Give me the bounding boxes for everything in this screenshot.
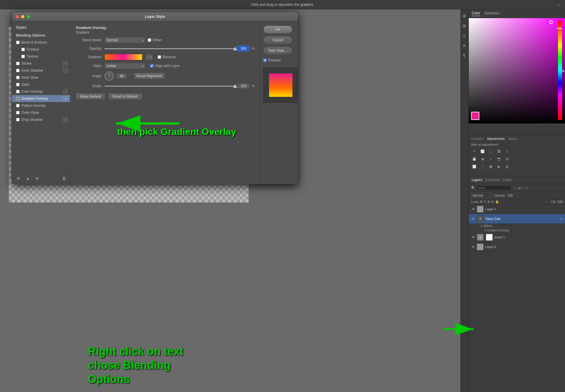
style-item-drop-shadow[interactable]: Drop Shadow + <box>12 116 70 123</box>
style-item-stroke[interactable]: Stroke + <box>12 60 70 67</box>
angle-input[interactable] <box>116 73 127 79</box>
color-tab[interactable]: Color <box>472 11 480 16</box>
adjustments-tab[interactable]: Adjustments <box>487 137 505 140</box>
exposure-icon[interactable]: ⬛ <box>488 148 494 154</box>
libraries-tab[interactable]: Libraries <box>471 137 483 140</box>
opacity-slider-track[interactable] <box>104 48 235 49</box>
grid-icon[interactable]: ⊞ <box>504 156 510 162</box>
hue-strip[interactable] <box>558 20 562 120</box>
close-button[interactable] <box>15 15 19 18</box>
blend-mode-select[interactable]: Normal Dissolve Multiply <box>104 37 145 43</box>
opacity-input[interactable] <box>237 46 250 51</box>
scale-input[interactable] <box>237 83 250 89</box>
cancel-button[interactable]: Cancel <box>263 36 292 44</box>
maximize-button[interactable] <box>27 15 30 18</box>
adjustment-filter-icon[interactable]: ◉ <box>518 186 521 190</box>
gradient-overlay-plus[interactable]: + <box>63 96 68 101</box>
type-filter-icon[interactable]: T <box>522 186 523 190</box>
lock-all-icon[interactable]: 🔒 <box>495 200 499 204</box>
shadow-icon[interactable]: ◑ <box>479 156 486 162</box>
layer-item-layer1[interactable]: 👁 Layer 1 <box>469 204 565 214</box>
style-item-color-overlay[interactable]: Color Overlay + <box>12 88 70 95</box>
satin-checkbox[interactable] <box>16 83 20 86</box>
inner-glow-checkbox[interactable] <box>16 76 20 79</box>
reset-to-default-button[interactable]: Reset to Default <box>108 93 142 100</box>
smart-filter-icon[interactable]: ♦ <box>527 186 528 190</box>
style-item-outer-glow[interactable]: Outer Glow <box>12 109 70 116</box>
layer-gradient-effect[interactable]: ⊙ Gradient Overlay <box>469 228 565 233</box>
dither-label[interactable]: Dither <box>148 38 162 42</box>
gradient-overlay-checkbox[interactable] <box>16 97 20 100</box>
reverse-label[interactable]: Reverse <box>158 55 176 59</box>
align-layer-label[interactable]: Align with Layer <box>150 64 180 68</box>
contour-checkbox[interactable] <box>21 48 25 51</box>
style-item-gradient-overlay[interactable]: Gradient Overlay + <box>12 95 70 102</box>
swatches-tab[interactable]: Swatches <box>484 11 499 16</box>
style-item-inner-glow[interactable]: Inner Glow <box>12 74 70 81</box>
scale-thumb[interactable] <box>233 84 237 88</box>
stroke-checkbox[interactable] <box>16 62 20 65</box>
make-default-button[interactable]: Make Default <box>76 93 105 100</box>
fx-button[interactable]: fx <box>15 176 22 181</box>
layer-item-invert1[interactable]: 👁 ⊘ Invert 1 <box>469 233 565 242</box>
lock-artboard-icon[interactable]: ⊡ <box>491 200 494 204</box>
eye-tokyo-drift[interactable]: 👁 <box>471 217 475 221</box>
hue-icon[interactable]: 🖼 <box>496 148 502 154</box>
reverse-checkbox[interactable] <box>158 55 161 59</box>
move-down-button[interactable]: ▼ <box>34 176 41 181</box>
outer-glow-checkbox[interactable] <box>16 111 20 114</box>
pattern-overlay-checkbox[interactable] <box>16 104 20 107</box>
preview-checkbox[interactable] <box>263 59 267 62</box>
align-layer-checkbox[interactable] <box>150 64 154 68</box>
delete-button[interactable]: 🗑 <box>61 176 68 181</box>
layer-item-layer0[interactable]: 👁 Layer 0 <box>469 242 565 252</box>
tool-move[interactable]: ⊕ <box>460 12 468 20</box>
layer-effects-group[interactable]: ⊙ Effects <box>469 224 565 228</box>
layer-item-tokyo-drift[interactable]: 👁 T Tokyo Drift fx <box>469 214 565 224</box>
search-icon[interactable]: ⌕ <box>557 2 560 7</box>
shape-filter-icon[interactable]: □ <box>524 186 526 190</box>
reset-alignment-button[interactable]: Reset Alignment <box>133 73 165 80</box>
drop-shadow-plus[interactable]: + <box>63 117 68 122</box>
gradient-map-icon[interactable]: ▽ <box>504 148 510 154</box>
layers-tab[interactable]: Layers <box>472 178 482 182</box>
posterize-icon[interactable]: ▦ <box>488 163 494 170</box>
lock-move-icon[interactable]: ⊕ <box>488 200 490 204</box>
texture-checkbox[interactable] <box>21 55 25 58</box>
layers-search-input[interactable] <box>476 185 511 190</box>
style-item-pattern-overlay[interactable]: Pattern Overlay <box>12 102 70 109</box>
ok-button[interactable]: OK <box>263 25 292 34</box>
lock-pixel-icon[interactable]: ⊞ <box>480 200 483 204</box>
style-select[interactable]: Linear Radial Angle <box>104 63 145 69</box>
camera-icon[interactable]: 📷 <box>496 156 502 162</box>
new-style-button[interactable]: New Style... <box>263 47 292 55</box>
style-item-texture[interactable]: Texture <box>12 53 70 60</box>
tool-adjust[interactable]: ⊞ <box>460 22 468 30</box>
stroke-plus[interactable]: + <box>63 61 68 66</box>
move-up-button[interactable]: ▲ <box>24 176 31 181</box>
style-item-bevel[interactable]: Bevel & Emboss <box>12 39 70 46</box>
eye-invert1[interactable]: 👁 <box>471 235 475 239</box>
preview-label[interactable]: Preview <box>263 58 295 62</box>
inner-shadow-plus[interactable]: + <box>63 68 68 73</box>
tool-type[interactable]: A <box>460 42 468 50</box>
eye-layer1[interactable]: 👁 <box>471 207 475 211</box>
lock-brush-icon[interactable]: ✎ <box>484 200 486 204</box>
color-overlay-checkbox[interactable] <box>16 90 20 93</box>
eye-layer0[interactable]: 👁 <box>471 245 475 249</box>
inner-shadow-checkbox[interactable] <box>16 69 20 72</box>
floppy-icon[interactable]: 💾 <box>471 156 478 162</box>
solid-icon[interactable]: ▶ <box>496 163 502 170</box>
color-gradient-area[interactable]: ▶ <box>469 18 565 123</box>
pattern-icon[interactable]: ▥ <box>504 163 510 170</box>
style-item-satin[interactable]: Satin <box>12 81 70 88</box>
invert-icon[interactable]: ⬜ <box>471 163 478 170</box>
tool-para[interactable]: ¶ <box>460 51 468 60</box>
style-item-inner-shadow[interactable]: Inner Shadow + <box>12 67 70 74</box>
styles-tab[interactable]: Styles <box>508 137 517 140</box>
channels-tab[interactable]: Channels <box>485 178 500 182</box>
brightness-icon[interactable]: ☀ <box>471 148 478 154</box>
threshold-icon[interactable]: ⬛ <box>479 163 486 170</box>
dither-checkbox[interactable] <box>148 38 151 42</box>
curves-icon[interactable]: 📈 <box>479 148 486 154</box>
